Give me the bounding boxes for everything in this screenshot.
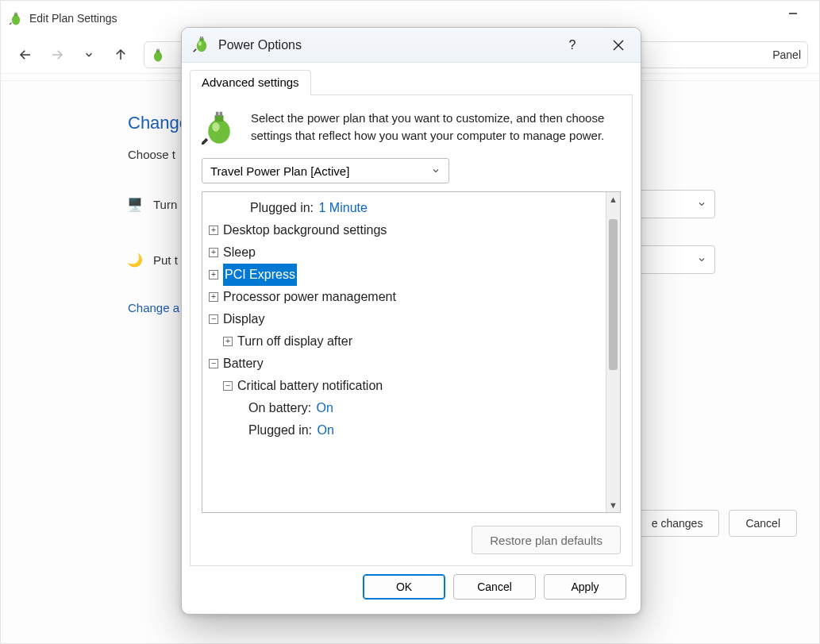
- dialog-intro-text: Select the power plan that you want to c…: [251, 110, 621, 147]
- collapse-icon[interactable]: −: [223, 381, 233, 391]
- restore-plan-defaults-button[interactable]: Restore plan defaults: [472, 526, 621, 554]
- expand-icon[interactable]: +: [223, 337, 233, 346]
- cancel-button-dialog[interactable]: Cancel: [453, 574, 536, 600]
- tree-item-plugged-in[interactable]: Plugged in: 1 Minute: [202, 197, 606, 219]
- svg-rect-15: [200, 37, 202, 39]
- ok-button[interactable]: OK: [363, 574, 445, 600]
- tree-item-on-battery[interactable]: On battery: On: [202, 397, 606, 419]
- dialog-tabstrip: Advanced settings: [182, 63, 641, 94]
- power-plan-dropdown[interactable]: Travel Power Plan [Active]: [202, 158, 449, 183]
- svg-rect-23: [220, 112, 223, 117]
- svg-rect-16: [202, 37, 203, 39]
- apply-button[interactable]: Apply: [544, 574, 626, 600]
- close-button[interactable]: [607, 34, 629, 56]
- tree-item-processor-power[interactable]: + Processor power management: [202, 286, 606, 308]
- tree-item-plugged-in-battery[interactable]: Plugged in: On: [202, 419, 606, 442]
- tree-item-desktop-background[interactable]: + Desktop background settings: [202, 219, 606, 241]
- expand-icon[interactable]: +: [209, 292, 218, 302]
- tab-advanced-settings[interactable]: Advanced settings: [190, 70, 311, 95]
- dialog-layer: Power Options ? Advanced settings Select…: [0, 0, 820, 644]
- settings-tree: Plugged in: 1 Minute + Desktop backgroun…: [202, 191, 621, 513]
- svg-point-13: [198, 41, 202, 46]
- battery-icon: [193, 35, 210, 55]
- tree-item-battery[interactable]: − Battery: [202, 353, 606, 375]
- chevron-down-icon: [431, 164, 441, 178]
- expand-icon[interactable]: +: [209, 270, 218, 280]
- expand-icon[interactable]: +: [209, 248, 218, 257]
- tree-scrollbar[interactable]: ▲ ▼: [606, 192, 620, 512]
- tab-panel: Select the power plan that you want to c…: [190, 94, 633, 566]
- tree-item-pci-express[interactable]: + PCI Express: [202, 264, 606, 286]
- svg-point-20: [212, 122, 219, 132]
- svg-rect-22: [216, 112, 219, 117]
- scroll-thumb[interactable]: [609, 219, 618, 370]
- collapse-icon[interactable]: −: [209, 359, 218, 368]
- scroll-up-icon[interactable]: ▲: [606, 192, 620, 206]
- help-button[interactable]: ?: [561, 34, 583, 56]
- tree-item-critical-battery-notification[interactable]: − Critical battery notification: [202, 375, 606, 397]
- tree-item-sleep[interactable]: + Sleep: [202, 241, 606, 264]
- expand-icon[interactable]: +: [209, 226, 218, 235]
- tree-item-turn-off-display-after[interactable]: + Turn off display after: [202, 330, 606, 353]
- battery-icon: [202, 110, 237, 147]
- dialog-title: Power Options: [218, 38, 553, 52]
- dialog-button-row: OK Cancel Apply: [182, 574, 641, 614]
- tree-item-display[interactable]: − Display: [202, 308, 606, 330]
- power-plan-selected-label: Travel Power Plan [Active]: [210, 164, 349, 178]
- svg-point-12: [197, 40, 206, 52]
- collapse-icon[interactable]: −: [209, 314, 218, 324]
- dialog-titlebar: Power Options ?: [182, 28, 641, 63]
- scroll-down-icon[interactable]: ▼: [606, 498, 620, 512]
- settings-tree-view[interactable]: Plugged in: 1 Minute + Desktop backgroun…: [202, 192, 606, 512]
- svg-point-19: [208, 119, 230, 143]
- power-options-dialog: Power Options ? Advanced settings Select…: [181, 27, 641, 615]
